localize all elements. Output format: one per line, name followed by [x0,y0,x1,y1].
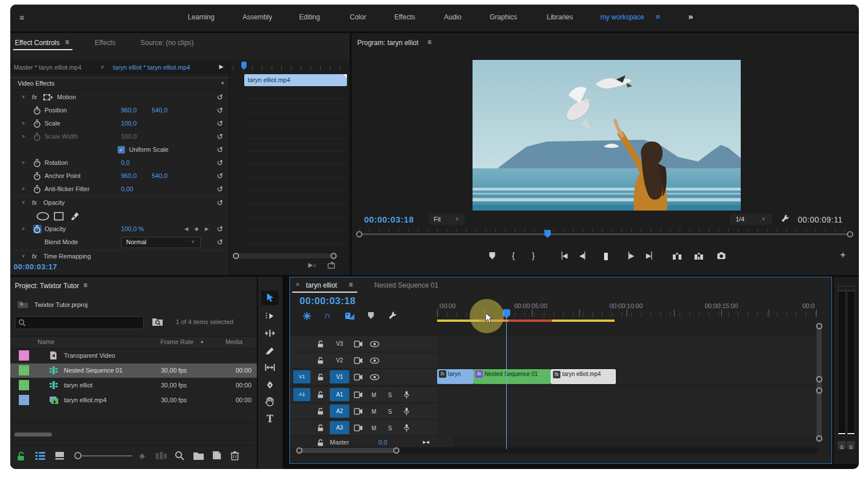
position-y-value[interactable]: 540,0 [152,107,168,114]
add-marker-icon[interactable] [488,252,496,260]
sort-ascending-icon[interactable]: ▲ [200,339,204,344]
solo-button[interactable]: S [388,408,392,414]
tab-my-workspace[interactable]: my workspace [600,13,644,21]
playback-resolution-dropdown[interactable]: 1/4 ∨ [730,214,772,225]
icon-view-icon[interactable] [55,451,64,460]
project-row-taryn-elliot-seq[interactable]: taryn elliot 30,00 fps 00:00 [10,378,257,393]
scroll-handle[interactable] [816,435,822,442]
reset-icon[interactable]: ↺ [217,159,223,167]
mute-button[interactable]: M [372,425,376,431]
timeline-playhead-line[interactable] [506,317,507,449]
reset-icon[interactable]: ↺ [217,145,223,154]
lock-icon[interactable] [317,340,324,347]
anti-flicker-value[interactable]: 0,00 [121,185,133,192]
effect-row-motion[interactable]: ∨ fx Motion ↺ [10,91,229,104]
voiceover-mic-icon[interactable] [403,390,410,399]
scroll-handle[interactable] [233,253,239,259]
track-header-a3[interactable]: A3 M S [290,420,437,435]
next-keyframe-icon[interactable]: ▶ [205,226,209,232]
source-patch-v1[interactable]: V1 [293,370,310,383]
lift-icon[interactable] [672,252,682,260]
step-forward-icon[interactable]: ▕▶ [624,252,634,260]
lock-icon[interactable] [317,424,324,431]
mute-button[interactable]: M [372,408,376,414]
tool-hand[interactable] [261,394,278,409]
timeline-menu-icon[interactable]: ≡ [349,281,353,289]
linked-selection-icon[interactable] [345,312,355,320]
reset-icon[interactable]: ↺ [217,185,223,193]
reset-icon[interactable]: ↺ [217,172,223,180]
expander-icon[interactable]: ∨ [22,94,25,99]
fit-track-bowtie-icon[interactable]: ▸◂ [423,438,429,446]
track-source-icon[interactable] [354,341,363,347]
play-audio-icon[interactable]: ▶♪ [308,261,316,269]
item-name[interactable]: taryn elliot.mp4 [64,397,107,403]
solo-button[interactable]: S [388,425,392,431]
blend-mode-dropdown[interactable]: Normal ∨ [121,237,201,248]
tool-razor[interactable] [261,343,278,358]
track-label-v1[interactable]: V1 [330,370,349,383]
project-row-taryn-elliot-mp4[interactable]: taryn elliot.mp4 30,00 fps 00:00 [10,393,257,407]
track-header-v1[interactable]: V1 V1 [290,369,437,385]
button-editor-icon[interactable]: + [840,249,846,261]
source-patch-a1[interactable]: A1 [293,388,310,401]
search-input[interactable] [28,317,142,328]
timeline-timecode[interactable]: 00:00:03:18 [300,296,356,307]
sort-icon[interactable]: ◆ [139,451,145,460]
label-swatch[interactable] [19,350,29,361]
mark-in-icon[interactable]: { [512,250,515,260]
collapse-section-icon[interactable]: ▲ [220,80,225,85]
scrubber-end-right[interactable] [847,231,853,237]
go-to-in-icon[interactable]: ▕◀ [557,252,567,260]
track-source-icon[interactable] [354,357,363,364]
track-label-a1[interactable]: A1 [330,388,349,401]
lane-a2[interactable] [437,403,821,419]
stopwatch-icon[interactable] [33,119,42,128]
mini-ruler[interactable] [233,66,347,71]
find-icon[interactable] [175,451,184,460]
zoom-slider-knob[interactable] [74,452,82,459]
timeline-hscrollbar-thumb[interactable] [297,448,399,453]
effect-row-anti-flicker[interactable]: > Anti-flicker Filter 0,00 ↺ [10,183,229,196]
tab-editing[interactable]: Editing [299,13,320,21]
program-scrubber-track[interactable] [360,233,850,235]
project-hscrollbar[interactable] [14,432,52,436]
track-source-icon[interactable] [354,408,363,415]
tab-learning[interactable]: Learning [188,13,215,21]
scroll-handle[interactable] [816,323,822,329]
solo-button[interactable]: S [388,391,392,398]
tab-color[interactable]: Color [350,13,366,21]
scroll-handle[interactable] [816,387,822,394]
program-timecode[interactable]: 00:00:03:18 [364,215,414,224]
expander-icon[interactable]: > [22,120,25,126]
add-marker-icon[interactable] [368,312,374,320]
delete-icon[interactable] [231,451,239,460]
video-effects-header[interactable]: Video Effects ▲ [10,78,229,90]
mute-button[interactable]: M [372,391,376,398]
anchor-y-value[interactable]: 540,0 [152,172,168,179]
stopwatch-icon[interactable] [33,185,42,193]
writable-lock-icon[interactable] [17,451,25,461]
label-swatch[interactable] [19,365,29,375]
master-volume-value[interactable]: 0,0 [378,439,387,446]
effect-row-position[interactable]: Position 960,0 540,0 ↺ [10,104,229,118]
previous-keyframe-icon[interactable]: ◀ [184,226,188,232]
lane-a1[interactable] [437,387,821,402]
scale-value[interactable]: 100,0 [121,120,137,127]
solo-right-button[interactable]: S [847,441,855,449]
nest-toggle-icon[interactable] [302,312,312,321]
tool-ripple-edit[interactable] [261,326,278,341]
lane-v2[interactable] [437,353,821,368]
lane-v3[interactable] [437,336,821,351]
settings-wrench-icon[interactable] [781,214,790,223]
new-bin-icon[interactable] [193,451,204,460]
program-playhead[interactable] [544,230,551,238]
stopwatch-icon[interactable] [33,106,42,115]
scroll-handle[interactable] [330,253,337,259]
go-to-out-icon[interactable]: ▶▏ [646,252,656,260]
col-frame-rate[interactable]: Frame Rate [160,338,193,345]
ellipse-mask-icon[interactable] [36,212,50,221]
list-view-icon[interactable] [35,452,45,460]
lock-icon[interactable] [317,357,324,364]
track-label-v3[interactable]: V3 [330,339,349,348]
